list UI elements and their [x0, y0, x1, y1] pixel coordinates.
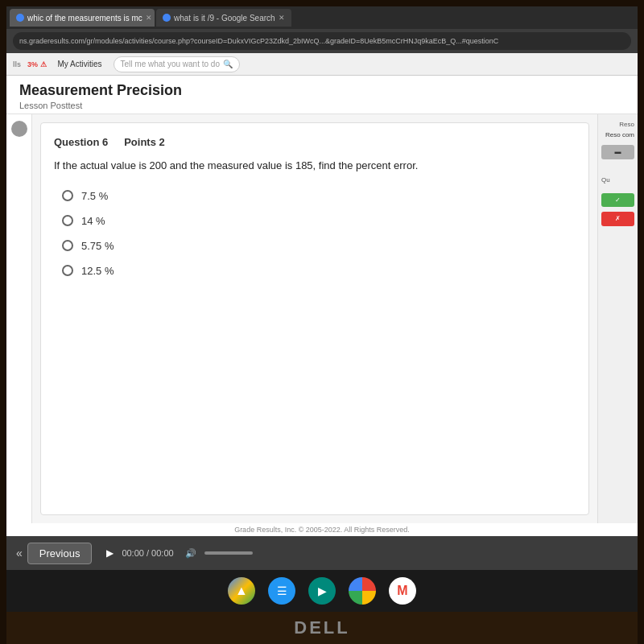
answer-option-3[interactable]: 5.75 %	[62, 240, 576, 252]
meet-symbol: ▶	[318, 584, 327, 597]
gmail-symbol: M	[397, 584, 407, 598]
radio-1[interactable]	[62, 190, 73, 201]
progress-bar[interactable]	[204, 551, 253, 555]
answer-option-1[interactable]: 7.5 %	[62, 190, 576, 202]
taskbar: ▲ ☰ ▶ M	[6, 570, 638, 612]
page-header: Measurement Precision Lesson Posttest	[6, 76, 638, 114]
tab2-close[interactable]: ✕	[279, 14, 285, 22]
dell-area: DELL	[6, 612, 638, 644]
answer-text-2: 14 %	[81, 215, 105, 227]
google-docs-icon[interactable]: ☰	[268, 577, 295, 605]
radio-4[interactable]	[62, 265, 73, 276]
gmail-icon[interactable]: M	[389, 577, 416, 605]
answer-options: 7.5 % 14 % 5.75 %	[54, 190, 576, 277]
previous-button[interactable]: Previous	[27, 543, 93, 564]
google-drive-icon[interactable]: ▲	[228, 577, 255, 605]
google-docs-symbol: ☰	[277, 584, 287, 597]
tab-2[interactable]: what is it /9 - Google Search ✕	[156, 9, 291, 27]
answer-text-3: 5.75 %	[81, 240, 114, 252]
qu-section: Qu	[601, 171, 634, 185]
answer-text-4: 12.5 %	[81, 265, 114, 277]
lesson-label: Lesson Posttest	[19, 101, 625, 110]
resource-button[interactable]: ▬	[601, 145, 634, 159]
res-label: Reso	[601, 121, 634, 128]
tab1-favicon	[16, 14, 24, 22]
address-bar-row: ns.graderesults.com/gr/modules/activitie…	[6, 29, 638, 53]
tab-1[interactable]: whic of the measurements is mc ✕	[10, 9, 155, 27]
tab2-label: what is it /9 - Google Search	[174, 14, 275, 23]
address-bar[interactable]: ns.graderesults.com/gr/modules/activitie…	[13, 32, 631, 50]
answer-text-1: 7.5 %	[81, 190, 108, 202]
prev-btn-area: « Previous	[16, 543, 92, 564]
radio-3[interactable]	[62, 240, 73, 251]
tab1-label: whic of the measurements is mc	[27, 14, 142, 23]
red-button[interactable]: ✗	[601, 212, 634, 226]
toolbar-row: lls 3% ⚠ My Activities Tell me what you …	[6, 53, 638, 76]
res-combo: Reso com	[601, 131, 634, 138]
question-panel: Question 6 Points 2 If the actual value …	[40, 122, 589, 515]
search-icon: 🔍	[223, 60, 233, 68]
sidebar-icon	[11, 121, 27, 137]
bottom-bar: « Previous ▶ 00:00 / 00:00 🔊	[6, 536, 638, 570]
main-area: Question 6 Points 2 If the actual value …	[6, 114, 638, 523]
page-content: Measurement Precision Lesson Posttest Qu…	[6, 76, 638, 536]
volume-icon[interactable]: 🔊	[185, 548, 196, 559]
dell-logo: DELL	[294, 617, 349, 638]
meet-icon[interactable]: ▶	[308, 577, 336, 605]
toolbar-search[interactable]: Tell me what you want to do 🔍	[114, 56, 240, 72]
time-total: 00:00	[151, 548, 174, 558]
toolbar-percent: 3% ⚠	[27, 60, 47, 68]
qu-label: Qu	[601, 176, 610, 184]
tab2-favicon	[163, 14, 171, 22]
left-sidebar	[6, 114, 32, 523]
points-label: Points 2	[124, 136, 165, 148]
green-button[interactable]: ✓	[601, 193, 634, 208]
time-current: 00:00	[122, 548, 144, 558]
question-text: If the actual value is 200 and the measu…	[54, 158, 576, 174]
my-activities-button[interactable]: My Activities	[53, 58, 107, 70]
google-drive-symbol: ▲	[235, 584, 248, 598]
monitor-frame: whic of the measurements is mc ✕ what is…	[0, 0, 644, 644]
answer-option-2[interactable]: 14 %	[62, 215, 576, 227]
toolbar-search-text: Tell me what you want to do	[121, 60, 220, 68]
question-number: Question 6	[54, 136, 108, 148]
chevron-left-icon: «	[16, 547, 23, 559]
play-icon[interactable]: ▶	[106, 547, 114, 559]
browser-chrome: whic of the measurements is mc ✕ what is…	[6, 6, 638, 76]
address-text: ns.graderesults.com/gr/modules/activitie…	[19, 37, 498, 45]
tab1-close[interactable]: ✕	[146, 14, 152, 22]
footer-text: Grade Results, Inc. © 2005-2022. All Rig…	[6, 523, 638, 536]
page-title: Measurement Precision	[19, 82, 625, 99]
tab-bar: whic of the measurements is mc ✕ what is…	[6, 6, 638, 29]
time-display: 00:00 / 00:00	[122, 548, 173, 558]
screen: whic of the measurements is mc ✕ what is…	[6, 6, 638, 644]
res-info: Reso Reso com ▬	[601, 121, 634, 159]
question-header: Question 6 Points 2	[54, 136, 576, 148]
answer-option-4[interactable]: 12.5 %	[62, 265, 576, 277]
chrome-icon[interactable]	[349, 577, 376, 605]
toolbar-app-label: lls	[13, 60, 21, 68]
right-panel: Reso Reso com ▬ Qu ✓ ✗	[597, 114, 638, 523]
radio-2[interactable]	[62, 215, 73, 226]
